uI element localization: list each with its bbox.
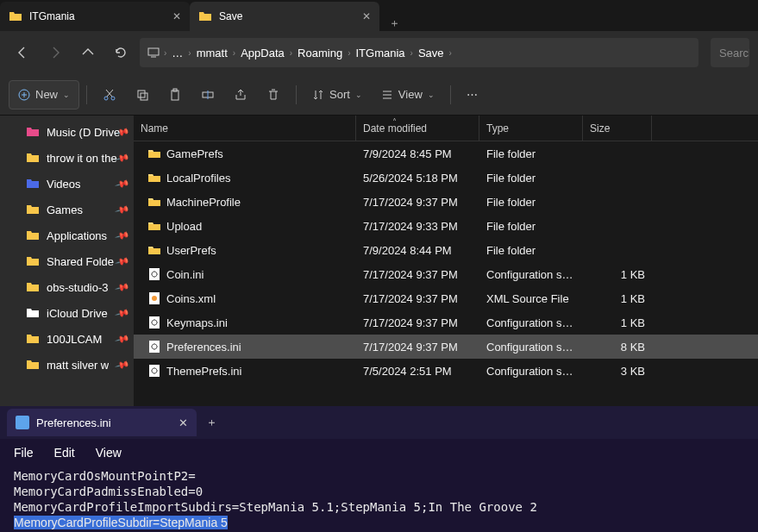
view-icon [381,89,393,101]
file-name: LocalProfiles [166,172,230,185]
sidebar-item[interactable]: Games📌 [0,197,134,222]
new-tab-button[interactable]: ＋ [379,16,409,31]
path-segment[interactable]: Roaming [296,47,344,59]
editor-tab[interactable]: Preferences.ini ✕ [7,409,197,436]
address-bar: › … › mmatt › AppData › Roaming › ITGman… [0,31,758,74]
sidebar-item[interactable]: Music (D Drive📌 [0,119,134,145]
sidebar-item-label: Games [47,203,83,216]
sidebar-item[interactable]: Videos📌 [0,171,134,197]
forward-button[interactable] [41,39,69,66]
close-icon[interactable]: ✕ [179,416,188,429]
path-segment[interactable]: AppData [239,47,286,59]
folder-icon [26,332,40,346]
file-type: File folder [479,147,583,160]
cut-button[interactable] [94,80,125,110]
close-icon[interactable]: ✕ [172,10,181,22]
folder-icon [147,171,161,185]
folder-icon [26,203,40,216]
window-tab[interactable]: ITGmania ✕ [0,2,190,31]
svg-rect-6 [172,91,179,100]
rename-button[interactable] [192,80,223,110]
sidebar-item-label: iCloud Drive [47,307,108,320]
path-segment[interactable]: Save [417,47,446,59]
file-row[interactable]: Upload7/17/2024 9:33 PMFile folder [134,214,758,238]
path-segment[interactable]: mmatt [195,47,229,59]
menu-file[interactable]: File [14,446,34,460]
file-row[interactable]: UserPrefs7/9/2024 8:44 PMFile folder [134,238,758,262]
file-row[interactable]: Preferences.ini7/17/2024 9:37 PMConfigur… [134,335,758,359]
file-name: GamePrefs [166,147,223,160]
up-button[interactable] [74,39,102,66]
folder-icon [26,151,40,165]
back-button[interactable] [9,39,36,66]
copy-button[interactable] [127,80,158,110]
file-type: XML Source File [479,292,583,305]
sort-button[interactable]: Sort ⌄ [304,80,371,110]
search-input[interactable]: Search [711,38,749,67]
file-row[interactable]: ThemePrefs.ini7/5/2024 2:51 PMConfigurat… [134,359,758,383]
share-button[interactable] [225,80,256,110]
column-headers: Name ˄ Date modified Type Size [134,116,758,141]
folder-icon [26,177,40,191]
dots-icon: ⋯ [467,88,478,101]
path-segment[interactable]: ITGmania [354,47,406,59]
folder-icon [147,195,161,209]
chevron-right-icon: › [348,48,350,58]
editor-content[interactable]: MemoryCardOsMountPointP2= MemoryCardPadm… [0,466,758,532]
file-type: Configuration sett... [479,316,583,329]
file-type: File folder [479,244,583,257]
breadcrumb-path[interactable]: › … › mmatt › AppData › Roaming › ITGman… [140,38,698,67]
sidebar-item[interactable]: matt silver w📌 [0,352,134,378]
editor-window: Preferences.ini ✕ ＋ File Edit View Memor… [0,406,758,532]
path-overflow[interactable]: … [170,47,185,59]
sidebar-item[interactable]: obs-studio-3📌 [0,274,134,300]
editor-new-tab-button[interactable]: ＋ [197,415,226,430]
ini-file-icon [147,364,161,378]
sidebar-item[interactable]: throw it on the📌 [0,145,134,171]
more-button[interactable]: ⋯ [458,80,486,110]
column-name[interactable]: Name [134,116,356,141]
window-tab[interactable]: Save ✕ [190,2,379,31]
file-type: Configuration sett... [479,341,583,354]
new-button-label: New [35,88,58,101]
folder-icon [26,125,40,139]
file-size: 1 KB [583,316,652,329]
column-type[interactable]: Type [479,116,583,141]
paste-button[interactable] [160,80,191,110]
column-size[interactable]: Size [583,116,652,141]
sidebar-item[interactable]: Applications📌 [0,222,134,248]
file-type: File folder [479,172,583,185]
view-button[interactable]: View ⌄ [373,80,443,110]
monitor-icon [147,46,160,59]
rename-icon [201,88,215,102]
file-date: 7/9/2024 8:44 PM [356,244,479,257]
file-row[interactable]: Coins.xml7/17/2024 9:37 PMXML Source Fil… [134,286,758,310]
sidebar-item[interactable]: iCloud Drive📌 [0,300,134,326]
close-icon[interactable]: ✕ [362,10,371,22]
arrow-left-icon [16,46,29,59]
file-row[interactable]: MachineProfile7/17/2024 9:37 PMFile fold… [134,190,758,214]
share-icon [234,88,247,102]
menu-edit[interactable]: Edit [54,446,75,460]
file-size: 1 KB [583,292,652,305]
menu-view[interactable]: View [96,446,122,460]
sidebar-item[interactable]: Shared Folde📌 [0,248,134,274]
delete-button[interactable] [258,80,289,110]
file-name: Keymaps.ini [166,316,228,329]
separator [296,85,297,104]
refresh-button[interactable] [107,39,135,66]
sidebar-item[interactable]: 100JLCAM📌 [0,326,134,352]
copy-icon [135,88,149,102]
file-row[interactable]: GamePrefs7/9/2024 8:45 PMFile folder [134,141,758,166]
sidebar-item-label: throw it on the [47,152,117,165]
file-row[interactable]: Keymaps.ini7/17/2024 9:37 PMConfiguratio… [134,310,758,335]
file-name: UserPrefs [166,244,216,257]
file-row[interactable]: LocalProfiles5/26/2024 5:18 PMFile folde… [134,166,758,190]
arrow-right-icon [48,46,62,59]
folder-icon [147,147,161,160]
paste-icon [168,88,182,102]
new-button[interactable]: New ⌄ [9,80,79,110]
file-row[interactable]: Coin.ini7/17/2024 9:37 PMConfiguration s… [134,262,758,286]
column-date[interactable]: Date modified [356,116,479,141]
file-type: Configuration sett... [479,365,583,378]
